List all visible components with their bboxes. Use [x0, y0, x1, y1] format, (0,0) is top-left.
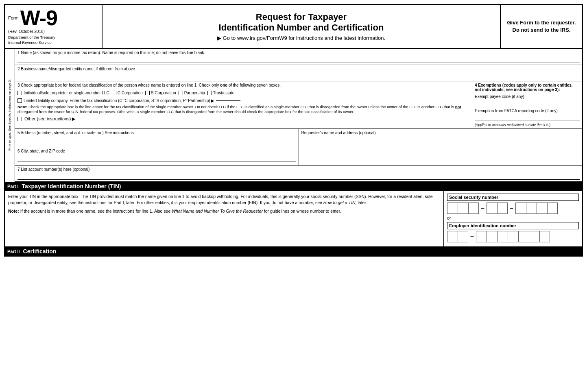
part1-label: Part I [7, 184, 19, 189]
part2-header: Part II Certification [5, 247, 582, 256]
section-3-left: 3 Check appropriate box for federal tax … [15, 81, 472, 128]
field-1-row: 1 Name (as shown on your income tax retu… [15, 49, 582, 65]
form-title-block: Form W-9 [8, 7, 98, 28]
checkbox-individual-box[interactable] [17, 91, 22, 95]
field-6-label: 6 City, state, and ZIP code [17, 149, 296, 153]
checkbox-s-corp: S Corporation [145, 91, 176, 95]
ssn-cell-8[interactable] [537, 203, 547, 214]
ein-cell-9[interactable] [539, 231, 550, 242]
ein-cell-4[interactable] [487, 231, 497, 242]
checkbox-partnership-label: Partnership [184, 91, 205, 95]
applies-note: (Applies to accounts maintained outside … [475, 123, 580, 127]
field-5-input[interactable] [17, 136, 296, 143]
field-7-row: 7 List account number(s) here (optional) [15, 166, 582, 182]
part2-title: Certification [23, 248, 57, 255]
field-1-label: 1 Name (as shown on your income tax retu… [17, 50, 580, 55]
ssn-cell-1[interactable] [447, 203, 458, 214]
fatca-label: Exemption from FATCA reporting code (if … [475, 109, 580, 113]
field-6-right [299, 147, 583, 165]
checkbox-other-label: Other (see instructions) ▶ [24, 116, 75, 122]
part1-right: Social security number – – [444, 191, 582, 246]
header-center: Request for Taxpayer Identification Numb… [103, 5, 501, 48]
give-form-text: Give Form to the requester. Do not send … [504, 19, 579, 34]
ssn-dash-1: – [480, 205, 485, 212]
checkbox-trust-box[interactable] [207, 91, 212, 95]
checkbox-s-corp-box[interactable] [145, 91, 150, 95]
checkbox-partnership-box[interactable] [179, 91, 183, 95]
ein-cell-8[interactable] [529, 231, 539, 242]
ssn-cell-6[interactable] [515, 203, 526, 214]
checkbox-c-corp-label: C Corporation [118, 91, 143, 95]
part1-title: Taxpayer Identification Number (TIN) [22, 183, 121, 189]
field-7-label: 7 List account number(s) here (optional) [17, 167, 580, 172]
checkbox-other-box[interactable] [17, 117, 22, 121]
ein-cell-2[interactable] [458, 231, 468, 242]
ein-boxes: – [447, 231, 579, 242]
checkbox-s-corp-label: S Corporation [151, 91, 176, 95]
ein-cell-1[interactable] [447, 231, 458, 242]
ssn-cell-4[interactable] [487, 203, 497, 214]
checkbox-llc-box[interactable] [17, 98, 22, 103]
field-6-left: 6 City, state, and ZIP code [15, 147, 299, 165]
field-2-label: 2 Business name/disregarded entity name,… [17, 67, 580, 71]
ssn-group-1 [447, 203, 479, 214]
sidebar-text: Print or type. See Specific Instructions… [8, 79, 12, 150]
llc-label: Limited liability company. Enter the tax… [24, 98, 214, 103]
field-4-label: 4 Exemptions (codes apply only to certai… [475, 83, 580, 92]
address-section: 5 Address (number, street, and apt. or s… [15, 129, 582, 147]
main-title-line1: Request for Taxpayer Identification Numb… [107, 12, 496, 33]
form-header: Form W-9 (Rev. October 2018) Department … [5, 5, 582, 49]
field-2-row: 2 Business name/disregarded entity name,… [15, 65, 582, 81]
part1-para2: Note: If the account is in more than one… [8, 208, 440, 214]
form-word-label: Form [8, 15, 19, 20]
checkbox-individual-label: Individual/sole proprietor or single-mem… [24, 91, 109, 95]
ein-group-2 [476, 231, 550, 242]
field-5-label: 5 Address (number, street, and apt. or s… [17, 131, 296, 135]
ein-label: Employer identification number [447, 222, 579, 229]
checkbox-partnership: Partnership [179, 91, 205, 95]
header-left: Form W-9 (Rev. October 2018) Department … [5, 5, 103, 48]
exempt-payee-input[interactable] [475, 100, 580, 106]
or-text: or [447, 216, 579, 220]
checkbox-other-row: Other (see instructions) ▶ [17, 116, 469, 122]
ssn-label: Social security number [447, 194, 579, 201]
w9-form: Form W-9 (Rev. October 2018) Department … [4, 4, 583, 257]
ssn-cell-9[interactable] [547, 203, 558, 214]
llc-input[interactable] [216, 100, 240, 101]
field-6-input[interactable] [17, 154, 296, 161]
llc-row: Limited liability company. Enter the tax… [17, 98, 469, 103]
field-3-label: 3 Check appropriate box for federal tax … [17, 83, 469, 87]
checkbox-trust: Trust/estate [207, 91, 234, 95]
ein-cell-7[interactable] [518, 231, 529, 242]
part2-label: Part II [7, 249, 20, 254]
part1-para1: Enter your TIN in the appropriate box. T… [8, 194, 440, 206]
field-2-input[interactable] [17, 72, 580, 79]
section-4-right: 4 Exemptions (codes apply only to certai… [472, 81, 582, 128]
rev-date: (Rev. October 2018) [8, 29, 98, 34]
ssn-cell-5[interactable] [497, 203, 508, 214]
header-right: Give Form to the requester. Do not send … [501, 5, 582, 48]
checkbox-c-corp: C Corporation [112, 91, 143, 95]
exempt-label: Exempt payee code (if any) [475, 94, 580, 99]
part1-header: Part I Taxpayer Identification Number (T… [5, 182, 582, 191]
ein-dash: – [469, 233, 475, 240]
ein-cell-6[interactable] [508, 231, 518, 242]
ssn-cell-2[interactable] [458, 203, 468, 214]
checkbox-trust-label: Trust/estate [213, 91, 234, 95]
part1-left-text: Enter your TIN in the appropriate box. T… [5, 191, 444, 246]
ssn-cell-3[interactable] [468, 203, 479, 214]
fatca-input[interactable] [475, 114, 580, 120]
section-3-4-row: 3 Check appropriate box for federal tax … [15, 81, 582, 129]
field-6-section: 6 City, state, and ZIP code [15, 147, 582, 166]
ein-group-1 [447, 231, 468, 242]
note-text: Note: Check the appropriate box in the l… [17, 105, 469, 115]
checkbox-individual: Individual/sole proprietor or single-mem… [17, 91, 109, 95]
checkbox-c-corp-box[interactable] [112, 91, 116, 95]
ein-cell-3[interactable] [476, 231, 487, 242]
ssn-cell-7[interactable] [526, 203, 537, 214]
ein-cell-5[interactable] [497, 231, 508, 242]
form-body: Print or type. See Specific Instructions… [5, 49, 582, 182]
dept-text: Department of the Treasury Internal Reve… [8, 35, 98, 46]
field-1-input[interactable] [17, 56, 580, 63]
field-7-input[interactable] [17, 172, 580, 180]
